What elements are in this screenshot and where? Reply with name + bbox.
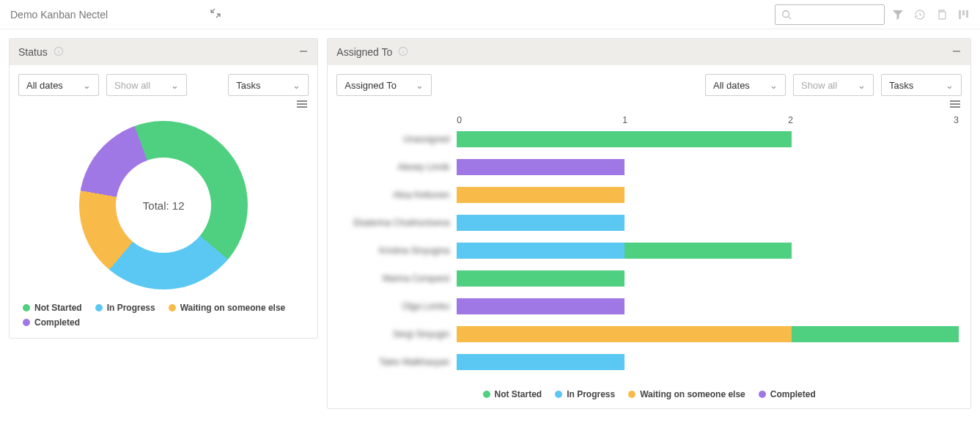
bar-segment <box>457 215 624 231</box>
filter-dates[interactable]: All dates ⌄ <box>705 74 786 96</box>
bar-label: Ekaterina Chukhontseva <box>339 218 457 228</box>
axis-tick: 2 <box>788 115 954 125</box>
chevron-down-icon: ⌄ <box>171 80 179 91</box>
bar-label: Tatev Malkhasyan <box>339 357 457 367</box>
filter-label: All dates <box>713 80 750 91</box>
filter-label: Show all <box>801 80 837 91</box>
bar-segment <box>457 298 624 314</box>
bar-label: Olga Lomko <box>339 301 457 311</box>
filter-label: Tasks <box>889 80 913 91</box>
bar-label: Alisa Kettunen <box>339 190 457 200</box>
bar-track <box>457 159 959 175</box>
assigned-bar-chart: 0123 UnassignedAlexey LinnikAlisa Kettun… <box>328 108 970 383</box>
bar-segment <box>457 270 624 287</box>
filter-label: Tasks <box>236 80 260 91</box>
bar-label: Kristina Sinyugina <box>339 246 457 256</box>
bar-track <box>457 187 959 203</box>
bar-segment <box>792 326 959 342</box>
bar-label: Alexey Linnik <box>339 162 457 172</box>
bar-segment <box>457 354 624 370</box>
chevron-down-icon: ⌄ <box>770 80 778 91</box>
assigned-filters: Assigned To ⌄ All dates ⌄ Show all ⌄ Tas… <box>328 65 970 96</box>
legend-item: Waiting on someone else <box>628 389 745 399</box>
bar-track <box>457 243 959 259</box>
filter-tasks[interactable]: Tasks ⌄ <box>881 74 962 96</box>
bar-track <box>457 131 959 147</box>
filter-showall[interactable]: Show all ⌄ <box>106 74 187 96</box>
legend-item: Not Started <box>23 303 82 313</box>
collapse-icon[interactable] <box>210 8 221 21</box>
bar-track <box>457 215 959 231</box>
assigned-panel: Assigned To Assigned To ⌄ All dates ⌄ Sh… <box>327 38 971 409</box>
chevron-down-icon: ⌄ <box>946 80 954 91</box>
filter-label: All dates <box>26 80 63 91</box>
filter-icon[interactable] <box>892 9 904 21</box>
info-icon[interactable] <box>54 46 64 59</box>
donut-total: Total: 12 <box>143 199 185 212</box>
panel-header: Status <box>10 39 317 65</box>
minimize-icon[interactable] <box>298 46 309 59</box>
bar-segment <box>457 159 624 175</box>
axis-tick: 1 <box>622 115 788 125</box>
filter-tasks[interactable]: Tasks ⌄ <box>228 74 309 96</box>
chevron-down-icon: ⌄ <box>416 80 424 91</box>
bar-row: Ekaterina Chukhontseva <box>339 209 959 237</box>
topbar: Demo Kanban Nectel <box>0 0 980 29</box>
panel-title: Assigned To <box>336 46 392 58</box>
bar-segment <box>625 243 792 259</box>
axis-tick: 3 <box>954 115 959 125</box>
filter-dates[interactable]: All dates ⌄ <box>18 74 99 96</box>
copy-icon[interactable] <box>936 9 948 21</box>
bar-row: Alisa Kettunen <box>339 181 959 209</box>
chevron-down-icon: ⌄ <box>292 80 301 91</box>
svg-rect-3 <box>962 10 965 15</box>
content: Status All dates ⌄ Show all ⌄ Tasks ⌄ <box>0 29 980 418</box>
info-icon[interactable] <box>398 46 408 59</box>
svg-rect-4 <box>966 10 968 18</box>
kanban-icon[interactable] <box>958 9 970 21</box>
bar-track <box>457 270 959 287</box>
history-icon[interactable] <box>914 9 926 21</box>
bar-segment <box>457 131 791 147</box>
status-donut-chart: Total: 12 <box>10 108 317 297</box>
chart-menu-icon[interactable] <box>950 100 960 108</box>
bar-row: Kristina Sinyugina <box>339 237 959 265</box>
legend-item: Completed <box>759 389 816 399</box>
chart-menu-icon[interactable] <box>297 100 307 108</box>
minimize-icon[interactable] <box>951 46 962 59</box>
panel-title: Status <box>18 46 48 58</box>
bar-track <box>457 354 959 370</box>
bar-segment <box>457 187 624 203</box>
bar-track <box>457 326 959 342</box>
filter-label: Show all <box>114 80 150 91</box>
bar-label: Sergi Sinyugin <box>339 329 457 339</box>
legend-item: Waiting on someone else <box>169 303 286 313</box>
search-icon <box>781 10 792 20</box>
bar-row: Marina Conquest <box>339 265 959 292</box>
bar-row: Alexey Linnik <box>339 153 959 181</box>
legend-item: Not Started <box>483 389 542 399</box>
svg-point-0 <box>783 10 789 17</box>
search-input[interactable] <box>775 4 885 25</box>
legend-item: In Progress <box>555 389 615 399</box>
legend-item: In Progress <box>95 303 155 313</box>
chevron-down-icon: ⌄ <box>83 80 91 91</box>
bar-track <box>457 298 959 314</box>
bar-segment <box>457 326 791 342</box>
axis-tick: 0 <box>457 115 622 125</box>
bar-label: Marina Conquest <box>339 273 457 284</box>
filter-assigned-to[interactable]: Assigned To ⌄ <box>336 74 432 96</box>
status-panel: Status All dates ⌄ Show all ⌄ Tasks ⌄ <box>9 38 318 339</box>
bar-label: Unassigned <box>339 134 457 144</box>
bar-row: Sergi Sinyugin <box>339 320 959 348</box>
status-filters: All dates ⌄ Show all ⌄ Tasks ⌄ <box>10 65 317 96</box>
legend-item: Completed <box>23 317 80 328</box>
filter-showall[interactable]: Show all ⌄ <box>793 74 874 96</box>
assigned-legend: Not Started In Progress Waiting on someo… <box>328 383 970 408</box>
filter-label: Assigned To <box>345 80 397 91</box>
status-legend: Not Started In Progress Waiting on someo… <box>10 297 317 338</box>
bar-segment <box>457 243 624 259</box>
bar-row: Tatev Malkhasyan <box>339 348 959 376</box>
x-axis: 0123 <box>339 115 959 125</box>
bar-row: Unassigned <box>339 125 959 153</box>
